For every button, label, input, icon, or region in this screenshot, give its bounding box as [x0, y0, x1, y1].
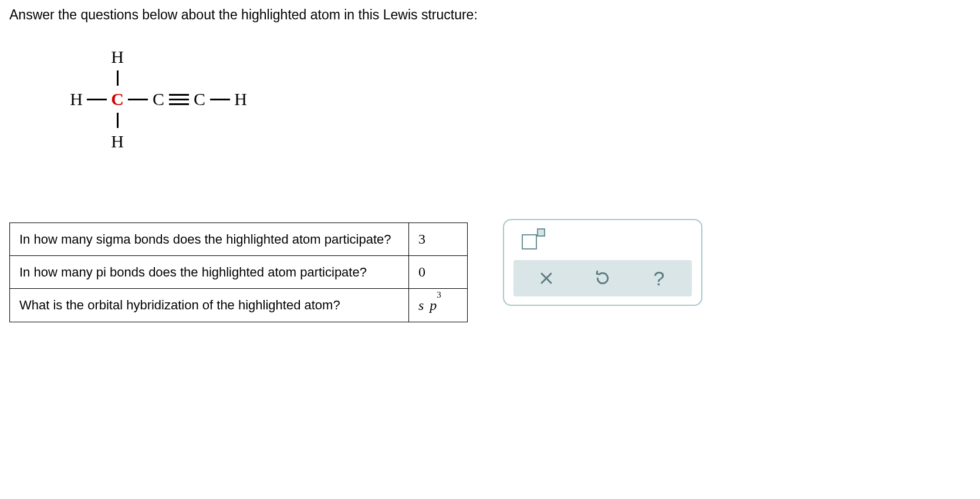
undo-icon	[594, 269, 611, 287]
hybridization-sup: 3	[437, 290, 442, 299]
table-row: In how many pi bonds does the highlighte…	[10, 256, 468, 289]
bond-single	[85, 99, 109, 100]
answer-table: In how many sigma bonds does the highlig…	[9, 222, 468, 322]
bond-single	[208, 99, 232, 100]
answer-cell[interactable]: 0	[409, 256, 468, 289]
superscript-tool-button[interactable]	[522, 228, 548, 250]
x-icon	[538, 269, 555, 287]
bond-vertical	[109, 68, 126, 89]
lewis-structure: H H C C C H H	[68, 46, 971, 152]
question-mark-icon: ?	[654, 267, 665, 290]
question-prompt: Answer the questions below about the hig…	[9, 7, 971, 23]
question-cell: What is the orbital hybridization of the…	[10, 289, 409, 322]
atom-c-right: C	[191, 90, 208, 108]
reset-button[interactable]	[592, 267, 614, 289]
table-row: In how many sigma bonds does the highlig…	[10, 223, 468, 256]
atom-c-middle: C	[150, 90, 167, 108]
atom-h-top: H	[109, 48, 126, 66]
tool-row-format	[513, 228, 692, 250]
question-cell: In how many pi bonds does the highlighte…	[10, 256, 409, 289]
atom-c-highlighted: C	[109, 90, 126, 108]
table-row: What is the orbital hybridization of the…	[10, 289, 468, 322]
help-button[interactable]: ?	[648, 267, 670, 289]
atom-h-bottom: H	[109, 133, 126, 150]
bond-single	[126, 99, 150, 100]
answer-cell[interactable]: 3	[409, 223, 468, 256]
tool-panel: ?	[503, 219, 702, 306]
bond-vertical	[109, 110, 126, 131]
hybridization-base: s p	[418, 298, 438, 313]
question-cell: In how many sigma bonds does the highlig…	[10, 223, 409, 256]
clear-button[interactable]	[535, 267, 557, 289]
tool-row-actions: ?	[513, 260, 692, 296]
answer-cell[interactable]: s p3	[409, 289, 468, 322]
atom-h-left: H	[68, 90, 85, 108]
atom-h-right: H	[232, 90, 249, 108]
bond-triple	[167, 94, 191, 105]
